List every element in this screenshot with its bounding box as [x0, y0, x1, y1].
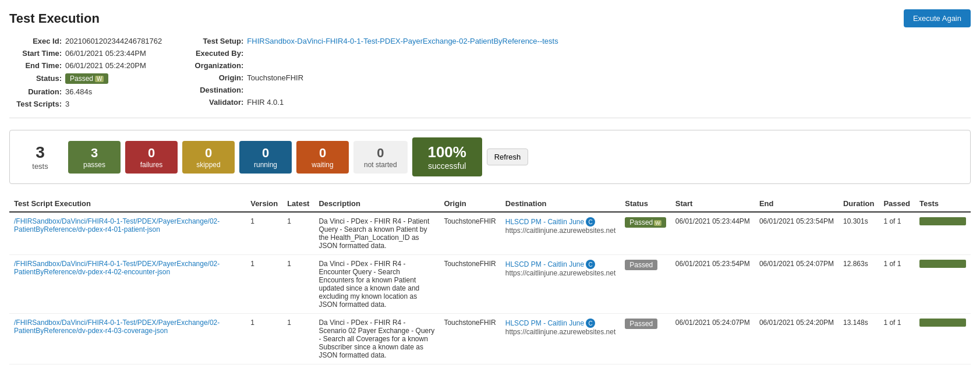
test-script-table: Test Script Execution Version Latest Des…	[9, 196, 971, 365]
dest-link[interactable]: HLSCD PM - Caitlin JuneC	[505, 319, 595, 327]
exec-info-right: Test Setup: FHIRSandbox-DaVinci-FHIR4-0-…	[185, 37, 558, 108]
td-destination: HLSCD PM - Caitlin JuneChttps://caitlinj…	[501, 212, 620, 255]
td-latest: 1	[282, 314, 314, 365]
td-passed: 1 of 1	[879, 314, 915, 365]
stat-running-box[interactable]: 0 running	[239, 141, 292, 174]
script-link[interactable]: /FHIRSandbox/DaVinci/FHIR4-0-1-Test/PDEX…	[14, 217, 220, 234]
col-tests: Tests	[915, 196, 971, 212]
page-title: Test Execution	[9, 11, 100, 26]
td-origin: TouchstoneFHIR	[439, 314, 500, 365]
status-badge-w: W	[95, 76, 104, 82]
td-tests	[915, 255, 971, 314]
td-status: Passed	[620, 314, 671, 365]
progress-bar	[919, 260, 966, 268]
col-version: Version	[246, 196, 282, 212]
col-start: Start	[671, 196, 755, 212]
organization-label: Organization:	[185, 61, 243, 70]
td-version: 1	[246, 314, 282, 365]
origin-label: Origin:	[185, 73, 243, 82]
dest-url: https://caitlinjune.azurewebsites.net	[505, 269, 615, 277]
stat-total-label: tests	[17, 162, 63, 171]
test-script-table-section: Test Script Execution Version Latest Des…	[9, 196, 971, 365]
dest-c-icon: C	[586, 217, 595, 227]
exec-info-section: Exec Id: 20210601202344246781762 Start T…	[9, 37, 971, 118]
status-label: Status:	[9, 74, 62, 83]
stat-skipped-num: 0	[193, 146, 224, 161]
td-duration: 12.863s	[839, 255, 879, 314]
status-badge-text: Passed	[70, 75, 93, 83]
execute-again-button[interactable]: Execute Again	[904, 9, 971, 27]
td-passed: 1 of 1	[879, 255, 915, 314]
td-start: 06/01/2021 05:24:07PM	[671, 314, 755, 365]
dest-c-icon: C	[586, 319, 595, 328]
td-tests	[915, 212, 971, 255]
stat-total: 3 tests	[17, 143, 63, 171]
td-description: Da Vinci - PDex - FHIR R4 - Patient Quer…	[314, 212, 439, 255]
test-scripts-label: Test Scripts:	[9, 100, 62, 108]
test-scripts-value: 3	[65, 100, 69, 108]
table-row: /FHIRSandbox/DaVinci/FHIR4-0-1-Test/PDEX…	[9, 212, 971, 255]
script-link[interactable]: /FHIRSandbox/DaVinci/FHIR4-0-1-Test/PDEX…	[14, 319, 220, 335]
validator-label: Validator:	[185, 98, 243, 107]
stat-passes-box[interactable]: 3 passes	[68, 141, 121, 174]
td-description: Da Vinci - PDex - FHIR R4 - Encounter Qu…	[314, 255, 439, 314]
stat-waiting-num: 0	[307, 146, 338, 161]
stat-not-started-label: not started	[364, 161, 397, 169]
progress-bar	[919, 217, 966, 225]
td-duration: 13.148s	[839, 314, 879, 365]
test-setup-link[interactable]: FHIRSandbox-DaVinci-FHIR4-0-1-Test-PDEX-…	[247, 37, 558, 45]
table-row: /FHIRSandbox/DaVinci/FHIR4-0-1-Test/PDEX…	[9, 314, 971, 365]
exec-info-left: Exec Id: 20210601202344246781762 Start T…	[9, 37, 162, 108]
td-latest: 1	[282, 255, 314, 314]
destination-row: Destination:	[185, 86, 558, 94]
success-label: successful	[424, 161, 470, 171]
test-setup-row: Test Setup: FHIRSandbox-DaVinci-FHIR4-0-…	[185, 37, 558, 45]
stat-not-started-num: 0	[364, 146, 397, 161]
stat-not-started-box[interactable]: 0 not started	[353, 141, 408, 174]
td-destination: HLSCD PM - Caitlin JuneChttps://caitlinj…	[501, 255, 620, 314]
col-end: End	[755, 196, 839, 212]
td-script: /FHIRSandbox/DaVinci/FHIR4-0-1-Test/PDEX…	[9, 255, 246, 314]
col-origin: Origin	[439, 196, 500, 212]
exec-id-row: Exec Id: 20210601202344246781762	[9, 37, 162, 45]
origin-value: TouchstoneFHIR	[247, 73, 303, 82]
start-time-value: 06/01/2021 05:23:44PM	[65, 49, 146, 58]
status-badge: Passed	[625, 260, 657, 270]
script-link[interactable]: /FHIRSandbox/DaVinci/FHIR4-0-1-Test/PDEX…	[14, 260, 220, 276]
stat-failures-num: 0	[136, 146, 167, 161]
test-setup-label: Test Setup:	[185, 37, 243, 45]
td-version: 1	[246, 255, 282, 314]
td-version: 1	[246, 212, 282, 255]
dest-link[interactable]: HLSCD PM - Caitlin JuneC	[505, 260, 595, 268]
success-pct: 100%	[424, 143, 470, 161]
end-time-value: 06/01/2021 05:24:20PM	[65, 61, 146, 70]
refresh-button[interactable]: Refresh	[487, 148, 529, 165]
table-body: /FHIRSandbox/DaVinci/FHIR4-0-1-Test/PDEX…	[9, 212, 971, 365]
td-description: Da Vinci - PDex - FHIR R4 - Scenario 02 …	[314, 314, 439, 365]
col-description: Description	[314, 196, 439, 212]
td-start: 06/01/2021 05:23:44PM	[671, 212, 755, 255]
status-row: Status: Passed W	[9, 73, 162, 84]
stat-running-label: running	[250, 161, 281, 169]
progress-bar	[919, 319, 966, 327]
td-origin: TouchstoneFHIR	[439, 212, 500, 255]
stat-passes-label: passes	[79, 161, 110, 169]
origin-row: Origin: TouchstoneFHIR	[185, 73, 558, 82]
stat-skipped-box[interactable]: 0 skipped	[182, 141, 235, 174]
td-latest: 1	[282, 212, 314, 255]
col-duration: Duration	[839, 196, 879, 212]
stat-failures-box[interactable]: 0 failures	[125, 141, 178, 174]
test-scripts-row: Test Scripts: 3	[9, 100, 162, 108]
status-badge: Passed	[625, 319, 657, 329]
stat-total-num: 3	[17, 143, 63, 162]
executed-by-label: Executed By:	[185, 49, 243, 58]
stat-waiting-box[interactable]: 0 waiting	[296, 141, 349, 174]
stat-running-num: 0	[250, 146, 281, 161]
status-badge: Passed W	[65, 73, 108, 84]
td-status: Passed	[620, 255, 671, 314]
w-badge: W	[654, 220, 661, 226]
stats-row: 3 tests 3 passes 0 failures 0 skipped 0 …	[9, 130, 971, 184]
dest-link[interactable]: HLSCD PM - Caitlin JuneC	[505, 218, 595, 226]
stat-failures-label: failures	[136, 161, 167, 169]
td-duration: 10.301s	[839, 212, 879, 255]
